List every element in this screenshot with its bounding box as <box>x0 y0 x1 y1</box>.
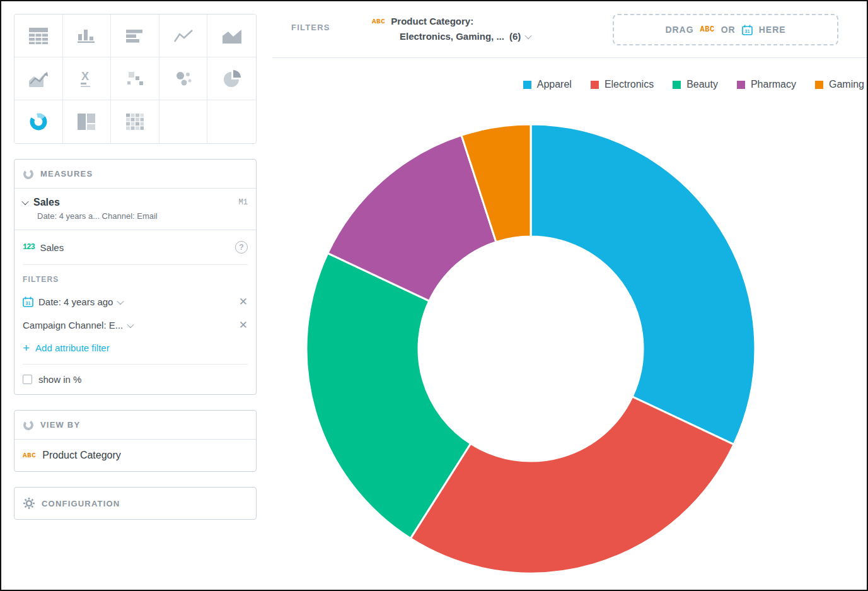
attribute-type-tag: ABC <box>372 18 385 25</box>
vis-type-pie-chart[interactable] <box>207 57 256 100</box>
donut-chart-icon <box>29 112 48 131</box>
vis-type-line-chart[interactable] <box>159 15 208 57</box>
svg-text:X: X <box>81 70 89 83</box>
vis-type-headline[interactable]: X <box>63 57 112 100</box>
sidebar: X <box>14 14 257 520</box>
filter-chip-title: Product Category: <box>391 16 473 26</box>
view-by-header: VIEW BY <box>14 411 256 440</box>
svg-text:31: 31 <box>744 29 749 33</box>
measure-subtitle: Date: 4 years a... Channel: Email <box>37 211 248 221</box>
filters-bar-label: FILTERS <box>291 23 330 32</box>
attribute-type-tag: ABC <box>700 25 715 34</box>
visualization-picker: X <box>14 14 257 144</box>
chevron-down-icon <box>127 320 134 327</box>
chevron-down-icon <box>117 297 124 304</box>
add-attribute-filter-label: Add attribute filter <box>35 342 110 353</box>
vis-type-bubble-chart[interactable] <box>159 57 208 100</box>
filters-section-label: FILTERS <box>14 265 256 290</box>
chevron-down-icon[interactable] <box>21 198 28 205</box>
gear-icon <box>23 497 35 510</box>
filter-chip-count: (6) <box>509 31 521 42</box>
heatmap-icon <box>126 114 144 130</box>
column-chart-icon <box>78 28 95 44</box>
chevron-down-icon <box>525 32 532 38</box>
show-in-percent-label: show in % <box>38 374 81 385</box>
svg-text:31: 31 <box>26 301 31 305</box>
measures-panel: MEASURES Sales M1 Date: 4 years a... Cha… <box>14 159 257 395</box>
view-by-attribute-label: Product Category <box>42 450 121 461</box>
show-in-percent-toggle[interactable]: show in % <box>14 365 256 394</box>
scatter-plot-icon <box>126 71 144 87</box>
view-by-panel: VIEW BY ABC Product Category <box>14 410 257 472</box>
donut-chart <box>272 57 868 591</box>
donut-bucket-icon <box>23 168 34 180</box>
bubble-chart-icon <box>175 71 192 87</box>
vis-type-treemap[interactable] <box>63 100 112 143</box>
date-filter-row[interactable]: 31 Date: 4 years ago ✕ <box>14 290 256 313</box>
numeric-type-tag: 123 <box>23 243 35 252</box>
remove-attribute-filter-icon[interactable]: ✕ <box>239 320 248 331</box>
vis-type-table[interactable] <box>14 15 63 57</box>
vis-type-column-chart[interactable] <box>63 15 112 57</box>
view-by-header-label: VIEW BY <box>40 420 80 430</box>
vis-type-scatter-plot[interactable] <box>111 57 159 100</box>
dropzone-or-label: OR <box>721 25 736 35</box>
measures-header-label: MEASURES <box>40 169 93 178</box>
dropzone-drag-label: DRAG <box>665 25 693 35</box>
vis-type-empty-cell <box>159 100 208 143</box>
configuration-header-label: CONFIGURATION <box>42 499 120 508</box>
help-icon[interactable]: ? <box>235 241 248 254</box>
metric-label: Sales <box>40 242 229 253</box>
pie-chart-icon <box>223 70 241 88</box>
metric-row[interactable]: 123 Sales ? <box>14 230 256 264</box>
filters-bar: FILTERS ABC Product Category: Electronic… <box>272 1 867 58</box>
measure-bucket-item[interactable]: Sales M1 Date: 4 years a... Channel: Ema… <box>14 189 256 230</box>
configuration-header[interactable]: CONFIGURATION <box>14 488 256 519</box>
treemap-icon <box>78 114 95 130</box>
configuration-panel: CONFIGURATION <box>14 487 257 520</box>
plus-icon: + <box>23 342 30 354</box>
area-chart-icon <box>223 28 241 44</box>
dropzone-here-label: HERE <box>759 25 786 35</box>
calendar-icon: 31 <box>23 296 33 307</box>
measure-title: Sales <box>33 197 233 208</box>
product-category-filter-chip[interactable]: ABC Product Category: Electronics, Gamin… <box>372 16 531 42</box>
calendar-icon: 31 <box>742 25 753 35</box>
add-attribute-filter-button[interactable]: + Add attribute filter <box>14 337 256 364</box>
donut-segment-electronics[interactable] <box>410 397 734 573</box>
vis-type-bar-chart[interactable] <box>111 15 159 57</box>
vis-type-area-chart[interactable] <box>207 15 256 57</box>
attribute-type-tag: ABC <box>23 452 36 459</box>
donut-bucket-icon <box>23 419 34 431</box>
combo-chart-icon <box>29 71 48 87</box>
main-area: FILTERS ABC Product Category: Electronic… <box>272 1 867 590</box>
date-filter-label: Date: 4 years ago <box>38 296 113 307</box>
bar-chart-icon <box>126 28 144 44</box>
filter-chip-value: Electronics, Gaming, ... <box>400 31 504 42</box>
headline-icon: X <box>78 70 95 88</box>
checkbox-icon[interactable] <box>23 375 32 384</box>
vis-type-heatmap[interactable] <box>111 100 159 143</box>
attribute-filter-row[interactable]: Campaign Channel: E... ✕ <box>14 313 256 337</box>
vis-type-empty-cell <box>207 100 256 143</box>
table-icon <box>29 28 48 44</box>
line-chart-icon <box>174 28 193 44</box>
analytical-designer-app: X <box>0 0 868 591</box>
vis-type-donut-chart[interactable] <box>14 100 63 143</box>
donut-segment-apparel[interactable] <box>531 124 755 445</box>
view-by-attribute-item[interactable]: ABC Product Category <box>14 440 256 471</box>
measure-badge: M1 <box>239 198 248 207</box>
attribute-filter-label: Campaign Channel: E... <box>23 320 123 331</box>
filter-drop-zone[interactable]: DRAG ABC OR 31 HERE <box>613 14 838 45</box>
measures-header: MEASURES <box>14 160 256 189</box>
remove-date-filter-icon[interactable]: ✕ <box>239 296 248 307</box>
vis-type-combo-chart[interactable] <box>14 57 63 100</box>
